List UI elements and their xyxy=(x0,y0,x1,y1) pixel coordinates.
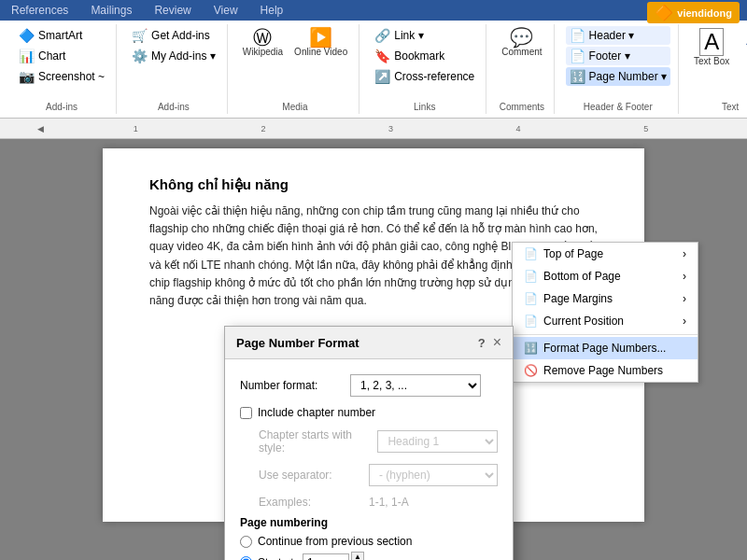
chart-button[interactable]: 📊 Chart xyxy=(15,47,108,65)
current-position-icon: 📄 xyxy=(524,315,538,328)
page-margins-label: Page Margins xyxy=(543,292,613,305)
header-icon: 📄 xyxy=(570,28,585,43)
online-video-button[interactable]: ▶️ Online Video xyxy=(290,26,351,59)
bookmark-button[interactable]: 🔖 Bookmark xyxy=(371,47,478,65)
dialog-help-icon[interactable]: ? xyxy=(478,336,486,350)
my-addins-button[interactable]: ⚙️ My Add-ins ▾ xyxy=(128,47,219,65)
page-number-dropdown: 📄 Top of Page › 📄 Bottom of Page › 📄 Pag… xyxy=(512,242,698,383)
textbox-button[interactable]: A Text Box xyxy=(690,26,733,68)
examples-row: Examples: 1-1, 1-A xyxy=(259,496,498,509)
current-position-arrow: › xyxy=(683,315,686,328)
bottom-of-page-icon: 📄 xyxy=(524,270,538,283)
my-addins-label: My Add-ins ▾ xyxy=(151,49,216,63)
group-comments: 💬 Comment Comments xyxy=(490,24,554,114)
viendidong-logo: 🔶 viendidong xyxy=(647,2,740,23)
bottom-of-page-label: Bottom of Page xyxy=(543,270,621,283)
link-icon: 🔗 xyxy=(374,28,390,43)
header-label: Header ▾ xyxy=(589,29,635,42)
group-text: A Text Box A Text xyxy=(683,24,747,114)
dropdown-bottom-of-page[interactable]: 📄 Bottom of Page › xyxy=(513,265,698,287)
format-page-numbers-icon: 🔢 xyxy=(524,342,538,355)
group-addins-label: Add-ins xyxy=(158,102,190,112)
my-addins-icon: ⚙️ xyxy=(132,49,148,63)
group-media-items: Ⓦ Wikipedia ▶️ Online Video xyxy=(239,26,351,112)
crossref-button[interactable]: ↗️ Cross-reference xyxy=(371,67,478,86)
page-margins-arrow: › xyxy=(683,292,686,305)
separator-row: Use separator: - (hyphen) xyxy=(259,464,498,486)
group-illustrations: 🔷 SmartArt 📊 Chart 📷 Screenshot ~ Add-in… xyxy=(7,24,117,114)
textbox-icon: A xyxy=(699,28,724,56)
tab-help[interactable]: Help xyxy=(249,0,295,21)
page-number-format-dialog: Page Number Format ? × Number format: 1,… xyxy=(224,326,514,560)
tab-view[interactable]: View xyxy=(203,0,249,21)
smartart-icon: 🔷 xyxy=(19,28,35,43)
ruler: ◀ 1 2 3 4 5 xyxy=(0,119,747,139)
number-format-select[interactable]: 1, 2, 3, ... xyxy=(350,374,481,397)
group-media: Ⓦ Wikipedia ▶️ Online Video Media xyxy=(232,24,359,114)
group-addins-items: 🛒 Get Add-ins ⚙️ My Add-ins ▾ xyxy=(128,26,219,112)
bookmark-label: Bookmark xyxy=(394,49,444,63)
comment-button[interactable]: 💬 Comment xyxy=(498,26,545,59)
tab-mailings[interactable]: Mailings xyxy=(79,0,143,21)
continue-radio-row: Continue from previous section xyxy=(240,535,498,548)
top-of-page-arrow: › xyxy=(683,247,686,260)
screenshot-label: Screenshot ~ xyxy=(38,70,105,83)
crossref-label: Cross-reference xyxy=(394,70,474,83)
examples-value: 1-1, 1-A xyxy=(369,496,409,509)
dropdown-remove-page-numbers[interactable]: 🚫 Remove Page Numbers xyxy=(513,359,698,382)
wikipedia-label: Wikipedia xyxy=(243,47,283,57)
page-numbering-section: Page numbering Continue from previous se… xyxy=(240,516,498,560)
document-title: Không chỉ hiệu năng xyxy=(149,176,598,193)
wordart-button[interactable]: A xyxy=(737,26,747,50)
dropdown-format-page-numbers[interactable]: 🔢 Format Page Numbers... xyxy=(513,337,698,359)
dropdown-page-margins[interactable]: 📄 Page Margins › xyxy=(513,287,698,310)
dropdown-top-of-page[interactable]: 📄 Top of Page › xyxy=(513,243,698,265)
wikipedia-icon: Ⓦ xyxy=(253,28,272,47)
get-addins-button[interactable]: 🛒 Get Add-ins xyxy=(128,26,219,45)
group-comments-items: 💬 Comment xyxy=(498,26,545,112)
comment-icon: 💬 xyxy=(510,28,533,47)
start-at-input[interactable] xyxy=(303,553,349,560)
document-area: Không chỉ hiệu năng Ngoài việc cải thiện… xyxy=(0,139,747,560)
link-button[interactable]: 🔗 Link ▾ xyxy=(371,26,478,45)
start-at-radio[interactable] xyxy=(240,556,252,560)
format-page-numbers-label: Format Page Numbers... xyxy=(543,342,666,355)
chart-label: Chart xyxy=(38,49,65,63)
online-video-label: Online Video xyxy=(294,47,347,57)
tab-review[interactable]: Review xyxy=(143,0,202,21)
separator-label: Use separator: xyxy=(259,469,361,482)
top-of-page-label: Top of Page xyxy=(543,247,603,260)
group-illustrations-label: Add-ins xyxy=(46,102,78,112)
continue-radio[interactable] xyxy=(240,536,252,548)
comment-label: Comment xyxy=(501,47,542,57)
smartart-label: SmartArt xyxy=(38,29,82,42)
footer-icon: 📄 xyxy=(570,49,585,63)
screenshot-button[interactable]: 📷 Screenshot ~ xyxy=(15,67,108,86)
dialog-body: Number format: 1, 2, 3, ... Include chap… xyxy=(225,359,513,560)
page-number-button[interactable]: 🔢 Page Number ▾ xyxy=(566,67,670,86)
screenshot-icon: 📷 xyxy=(19,69,35,84)
separator-select[interactable]: - (hyphen) xyxy=(369,464,498,486)
page-numbering-title: Page numbering xyxy=(240,516,498,529)
ribbon-body: 🔷 SmartArt 📊 Chart 📷 Screenshot ~ Add-in… xyxy=(0,21,747,119)
dialog-close-button[interactable]: × xyxy=(493,334,501,351)
addins-icon: 🛒 xyxy=(132,28,148,43)
group-illustrations-items: 🔷 SmartArt 📊 Chart 📷 Screenshot ~ xyxy=(15,26,108,112)
chapter-style-row: Chapter starts with style: Heading 1 xyxy=(259,428,498,455)
group-comments-label: Comments xyxy=(500,102,544,112)
video-icon: ▶️ xyxy=(309,28,332,47)
tab-references[interactable]: References xyxy=(0,0,79,21)
include-chapter-checkbox[interactable] xyxy=(240,407,252,419)
bottom-of-page-arrow: › xyxy=(683,270,686,283)
get-addins-label: Get Add-ins xyxy=(151,29,210,42)
dropdown-current-position[interactable]: 📄 Current Position › xyxy=(513,310,698,332)
start-at-up[interactable]: ▲ xyxy=(351,552,364,560)
chapter-style-select[interactable]: Heading 1 xyxy=(377,430,498,453)
wikipedia-button[interactable]: Ⓦ Wikipedia xyxy=(239,26,287,59)
footer-button[interactable]: 📄 Footer ▾ xyxy=(566,47,670,65)
textbox-label: Text Box xyxy=(694,56,729,66)
header-button[interactable]: 📄 Header ▾ xyxy=(566,26,670,45)
group-header-footer-items: 📄 Header ▾ 📄 Footer ▾ 🔢 Page Number ▾ xyxy=(566,26,670,112)
smartart-button[interactable]: 🔷 SmartArt xyxy=(15,26,108,45)
ribbon-tabs: References Mailings Review View Help 🔶 v… xyxy=(0,0,747,21)
